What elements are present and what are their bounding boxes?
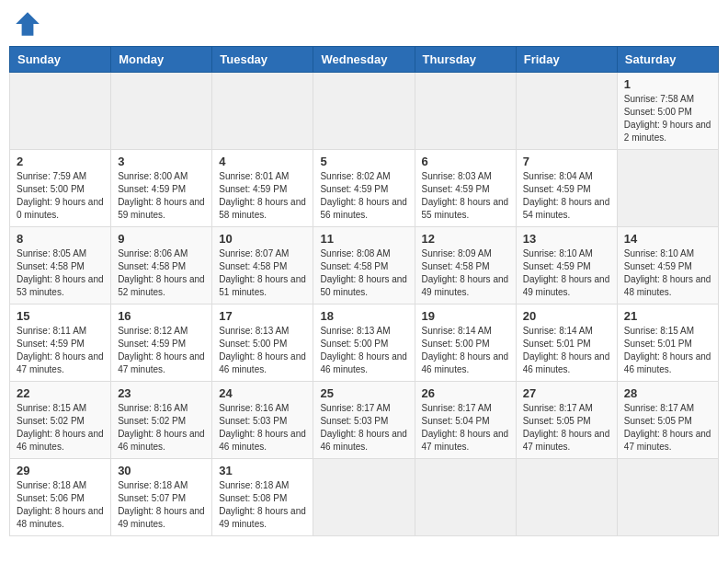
day-info: Sunrise: 8:08 AMSunset: 4:58 PMDaylight:… [320,247,407,299]
empty-day-cell [617,459,718,536]
day-cell: 14Sunrise: 8:10 AMSunset: 4:59 PMDayligh… [617,227,718,304]
day-info: Sunrise: 8:15 AMSunset: 5:01 PMDaylight:… [624,325,711,376]
day-info: Sunrise: 8:03 AMSunset: 4:59 PMDaylight:… [422,170,509,222]
empty-day-cell [10,73,111,150]
day-cell: 13Sunrise: 8:10 AMSunset: 4:59 PMDayligh… [516,227,617,304]
day-cell: 21Sunrise: 8:15 AMSunset: 5:01 PMDayligh… [617,304,718,382]
empty-day-cell [313,73,415,150]
day-cell: 17Sunrise: 8:13 AMSunset: 5:00 PMDayligh… [212,304,313,382]
day-number: 26 [422,386,509,400]
day-number: 28 [624,386,711,400]
day-of-week-header: Thursday [415,47,516,73]
day-info: Sunrise: 8:15 AMSunset: 5:02 PMDaylight:… [17,402,104,454]
day-number: 25 [320,386,407,400]
day-cell: 4Sunrise: 8:01 AMSunset: 4:59 PMDaylight… [212,150,313,227]
day-cell: 28Sunrise: 8:17 AMSunset: 5:05 PMDayligh… [617,382,718,459]
logo-icon [13,9,42,39]
day-number: 6 [422,155,509,168]
empty-day-cell [111,73,212,150]
day-number: 7 [523,155,610,168]
day-info: Sunrise: 8:13 AMSunset: 5:00 PMDaylight:… [320,325,407,376]
day-number: 14 [624,232,711,246]
day-cell: 23Sunrise: 8:16 AMSunset: 5:02 PMDayligh… [111,382,212,459]
calendar-week: 8Sunrise: 8:05 AMSunset: 4:58 PMDaylight… [10,227,719,304]
svg-marker-0 [16,12,40,36]
day-number: 20 [523,309,610,323]
day-cell: 5Sunrise: 8:02 AMSunset: 4:59 PMDaylight… [313,150,415,227]
day-cell: 16Sunrise: 8:12 AMSunset: 4:59 PMDayligh… [111,304,212,382]
day-of-week-header: Wednesday [313,47,415,73]
day-cell: 27Sunrise: 8:17 AMSunset: 5:05 PMDayligh… [516,382,617,459]
day-info: Sunrise: 8:16 AMSunset: 5:03 PMDaylight:… [219,402,306,454]
calendar-week: 1Sunrise: 7:58 AMSunset: 5:00 PMDaylight… [10,73,719,150]
calendar-header: SundayMondayTuesdayWednesdayThursdayFrid… [10,47,719,73]
day-number: 2 [17,155,104,168]
day-number: 9 [118,232,205,246]
empty-day-cell [212,73,313,150]
day-number: 13 [523,232,610,246]
day-number: 1 [624,77,711,91]
day-info: Sunrise: 8:17 AMSunset: 5:03 PMDaylight:… [320,402,407,454]
day-cell: 11Sunrise: 8:08 AMSunset: 4:58 PMDayligh… [313,227,415,304]
day-cell: 24Sunrise: 8:16 AMSunset: 5:03 PMDayligh… [212,382,313,459]
day-cell: 30Sunrise: 8:18 AMSunset: 5:07 PMDayligh… [111,459,212,536]
logo [13,9,46,39]
day-cell: 7Sunrise: 8:04 AMSunset: 4:59 PMDaylight… [516,150,617,227]
day-number: 5 [320,155,407,168]
day-info: Sunrise: 8:17 AMSunset: 5:04 PMDaylight:… [422,402,509,454]
day-info: Sunrise: 8:12 AMSunset: 4:59 PMDaylight:… [118,325,205,376]
day-cell: 25Sunrise: 8:17 AMSunset: 5:03 PMDayligh… [313,382,415,459]
day-number: 4 [219,155,306,168]
day-number: 23 [118,386,205,400]
day-cell: 19Sunrise: 8:14 AMSunset: 5:00 PMDayligh… [415,304,516,382]
day-info: Sunrise: 8:18 AMSunset: 5:07 PMDaylight:… [118,479,205,531]
day-number: 18 [320,309,407,323]
day-cell: 6Sunrise: 8:03 AMSunset: 4:59 PMDaylight… [415,150,516,227]
day-info: Sunrise: 8:01 AMSunset: 4:59 PMDaylight:… [219,170,306,222]
day-number: 8 [17,232,104,246]
day-number: 29 [17,464,104,477]
day-number: 11 [320,232,407,246]
day-cell: 22Sunrise: 8:15 AMSunset: 5:02 PMDayligh… [10,382,111,459]
calendar-body: 1Sunrise: 7:58 AMSunset: 5:00 PMDaylight… [10,73,719,536]
day-info: Sunrise: 8:06 AMSunset: 4:58 PMDaylight:… [118,247,205,299]
day-info: Sunrise: 8:09 AMSunset: 4:58 PMDaylight:… [422,247,509,299]
calendar-week: 2Sunrise: 7:59 AMSunset: 5:00 PMDaylight… [10,150,719,227]
day-number: 19 [422,309,509,323]
calendar-table: SundayMondayTuesdayWednesdayThursdayFrid… [9,46,719,536]
empty-day-cell [516,73,617,150]
day-info: Sunrise: 8:16 AMSunset: 5:02 PMDaylight:… [118,402,205,454]
day-number: 17 [219,309,306,323]
day-info: Sunrise: 8:07 AMSunset: 4:58 PMDaylight:… [219,247,306,299]
day-info: Sunrise: 8:17 AMSunset: 5:05 PMDaylight:… [624,402,711,454]
day-number: 12 [422,232,509,246]
day-cell: 26Sunrise: 8:17 AMSunset: 5:04 PMDayligh… [415,382,516,459]
day-info: Sunrise: 8:11 AMSunset: 4:59 PMDaylight:… [17,325,104,376]
day-cell: 1Sunrise: 7:58 AMSunset: 5:00 PMDaylight… [617,73,718,150]
day-info: Sunrise: 8:14 AMSunset: 5:01 PMDaylight:… [523,325,610,376]
day-info: Sunrise: 8:04 AMSunset: 4:59 PMDaylight:… [523,170,610,222]
day-number: 16 [118,309,205,323]
day-info: Sunrise: 8:10 AMSunset: 4:59 PMDaylight:… [523,247,610,299]
day-cell: 2Sunrise: 7:59 AMSunset: 5:00 PMDaylight… [10,150,111,227]
empty-day-cell [313,459,415,536]
empty-day-cell [617,150,718,227]
empty-day-cell [516,459,617,536]
header-row: SundayMondayTuesdayWednesdayThursdayFrid… [10,47,719,73]
day-info: Sunrise: 8:13 AMSunset: 5:00 PMDaylight:… [219,325,306,376]
day-cell: 9Sunrise: 8:06 AMSunset: 4:58 PMDaylight… [111,227,212,304]
day-number: 30 [118,464,205,477]
day-cell: 15Sunrise: 8:11 AMSunset: 4:59 PMDayligh… [10,304,111,382]
day-of-week-header: Tuesday [212,47,313,73]
day-info: Sunrise: 8:17 AMSunset: 5:05 PMDaylight:… [523,402,610,454]
day-number: 24 [219,386,306,400]
day-number: 15 [17,309,104,323]
day-cell: 18Sunrise: 8:13 AMSunset: 5:00 PMDayligh… [313,304,415,382]
day-cell: 10Sunrise: 8:07 AMSunset: 4:58 PMDayligh… [212,227,313,304]
day-number: 31 [219,464,306,477]
day-info: Sunrise: 8:18 AMSunset: 5:08 PMDaylight:… [219,479,306,531]
day-cell: 29Sunrise: 8:18 AMSunset: 5:06 PMDayligh… [10,459,111,536]
calendar-week: 29Sunrise: 8:18 AMSunset: 5:06 PMDayligh… [10,459,719,536]
empty-day-cell [415,459,516,536]
page-header [9,9,719,39]
